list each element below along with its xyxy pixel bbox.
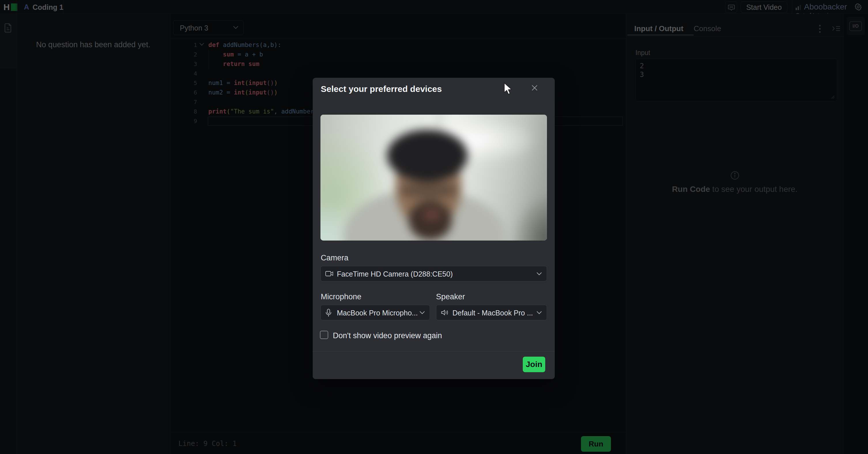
- video-preview-frame: [320, 115, 547, 240]
- camera-label: Camera: [321, 254, 348, 262]
- speaker-icon: [441, 309, 448, 316]
- microphone-value: MacBook Pro Micropho...: [337, 309, 418, 317]
- modal-close-button[interactable]: [530, 84, 542, 95]
- close-icon: [530, 84, 539, 92]
- speaker-label: Speaker: [436, 292, 465, 301]
- camera-video-preview: [320, 115, 547, 240]
- microphone-icon: [326, 309, 332, 317]
- microphone-select[interactable]: MacBook Pro Micropho...: [320, 305, 430, 320]
- camera-icon: [326, 270, 334, 278]
- speaker-value: Default - MacBook Pro ...: [453, 309, 533, 317]
- device-select-modal: Select your preferred devices Camera Fac…: [313, 78, 555, 379]
- microphone-label: Microphone: [321, 292, 361, 301]
- mouse-cursor: [504, 83, 514, 96]
- modal-title: Select your preferred devices: [321, 84, 442, 94]
- chevron-down-icon: [419, 311, 425, 314]
- join-button[interactable]: Join: [523, 357, 545, 372]
- speaker-select[interactable]: Default - MacBook Pro ...: [436, 305, 547, 320]
- camera-value: FaceTime HD Camera (D288:CE50): [337, 270, 453, 278]
- dont-show-again-checkbox[interactable]: [320, 331, 328, 339]
- chevron-down-icon: [536, 272, 542, 275]
- chevron-down-icon: [536, 311, 542, 314]
- camera-select[interactable]: FaceTime HD Camera (D288:CE50): [320, 266, 547, 282]
- dont-show-again-label: Don't show video preview again: [333, 331, 442, 340]
